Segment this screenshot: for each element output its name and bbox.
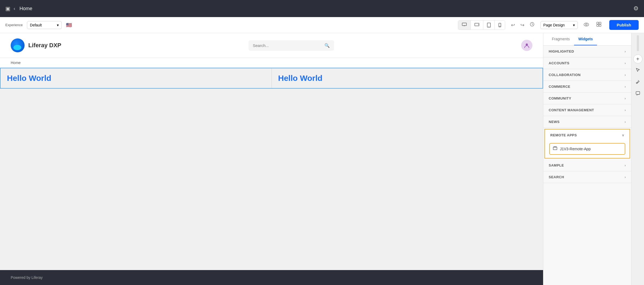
chevron-down-icon-2: ▾ xyxy=(573,23,575,27)
category-sample: SAMPLE › xyxy=(543,160,631,171)
grid-cell-1: Hello World xyxy=(1,68,272,88)
category-sample-header[interactable]: SAMPLE › xyxy=(543,160,631,171)
category-remote-apps: REMOTE APPS ∨ J1V3-Remote-App xyxy=(544,129,630,159)
category-commerce-label: COMMERCE xyxy=(549,85,570,89)
category-highlighted: HIGHLIGHTED › xyxy=(543,46,631,57)
category-collaboration: COLLABORATION › xyxy=(543,69,631,81)
hello-world-2: Hello World xyxy=(278,74,323,82)
scroll-indicator xyxy=(637,35,639,51)
avatar[interactable] xyxy=(521,40,532,51)
publish-button[interactable]: Publish xyxy=(609,20,639,30)
category-highlighted-label: HIGHLIGHTED xyxy=(549,49,574,53)
page-canvas: Liferay DXP 🔍 Home Hello World Hello Wor… xyxy=(0,33,543,285)
side-icon-bar: + xyxy=(631,33,644,285)
chevron-right-icon-8: › xyxy=(625,164,626,167)
category-community-header[interactable]: COMMUNITY › xyxy=(543,93,631,104)
preview-button[interactable] xyxy=(582,21,591,29)
svg-rect-13 xyxy=(599,22,601,24)
breadcrumb: Home xyxy=(0,58,543,68)
category-commerce: COMMERCE › xyxy=(543,81,631,93)
remote-apps-items: J1V3-Remote-App xyxy=(545,141,630,158)
category-highlighted-header[interactable]: HIGHLIGHTED › xyxy=(543,46,631,57)
undo-redo-group: ↩ ↪ xyxy=(509,20,536,30)
device-buttons-group xyxy=(458,20,505,30)
svg-point-11 xyxy=(586,24,587,25)
history-button[interactable] xyxy=(528,20,536,30)
svg-rect-0 xyxy=(462,23,466,26)
footer-text: Powered by Liferay xyxy=(11,275,43,280)
redo-button[interactable]: ↪ xyxy=(519,21,526,30)
device-tablet-landscape-btn[interactable] xyxy=(471,21,483,30)
gear-icon[interactable]: ⚙ xyxy=(633,5,639,12)
svg-point-16 xyxy=(526,43,528,46)
content-grid: Hello World Hello World xyxy=(0,68,543,89)
brush-icon-button[interactable] xyxy=(633,76,643,87)
category-sample-label: SAMPLE xyxy=(549,163,564,167)
page-design-select[interactable]: Page Design ▾ xyxy=(540,21,578,29)
svg-point-4 xyxy=(478,24,479,25)
category-collaboration-label: COLLABORATION xyxy=(549,73,581,77)
category-news-header[interactable]: NEWS › xyxy=(543,116,631,128)
chevron-right-icon-3: › xyxy=(625,73,626,77)
list-item[interactable]: J1V3-Remote-App xyxy=(549,143,625,155)
svg-point-10 xyxy=(584,23,589,26)
right-panel: Fragments Widgets HIGHLIGHTED › ACCOUNTS… xyxy=(543,33,631,285)
chevron-right-icon-5: › xyxy=(625,97,626,100)
breadcrumb-home[interactable]: Home xyxy=(11,61,21,65)
sidebar-toggle-icon[interactable]: ▣ xyxy=(5,5,10,12)
chevron-down-icon-remote: ∨ xyxy=(622,133,625,137)
grid-view-button[interactable] xyxy=(595,20,603,30)
back-arrow-icon[interactable]: ‹ xyxy=(14,6,15,11)
widgets-list: HIGHLIGHTED › ACCOUNTS › COLLABORATION › xyxy=(543,46,631,285)
category-commerce-header[interactable]: COMMERCE › xyxy=(543,81,631,92)
category-search: SEARCH › xyxy=(543,171,631,183)
category-news: NEWS › xyxy=(543,116,631,128)
svg-rect-12 xyxy=(597,22,599,24)
comment-icon-button[interactable] xyxy=(633,88,643,99)
chevron-right-icon-7: › xyxy=(625,120,626,124)
search-icon[interactable]: 🔍 xyxy=(324,43,330,48)
chevron-right-icon: › xyxy=(625,50,626,53)
site-header: Liferay DXP 🔍 xyxy=(0,33,543,58)
add-icon-button[interactable]: + xyxy=(633,54,642,64)
device-tablet-portrait-btn[interactable] xyxy=(483,21,495,30)
svg-point-19 xyxy=(636,82,637,84)
search-input[interactable] xyxy=(253,43,322,48)
logo-circle xyxy=(11,38,25,52)
chevron-right-icon-9: › xyxy=(625,175,626,179)
chevron-right-icon-6: › xyxy=(625,108,626,112)
experience-select[interactable]: Default ▾ xyxy=(27,21,62,29)
category-collaboration-header[interactable]: COLLABORATION › xyxy=(543,69,631,81)
category-remote-apps-header[interactable]: REMOTE APPS ∨ xyxy=(545,129,630,141)
tab-fragments[interactable]: Fragments xyxy=(548,33,574,45)
widget-item-label: J1V3-Remote-App xyxy=(560,147,591,151)
tab-widgets[interactable]: Widgets xyxy=(574,33,597,45)
site-name: Liferay DXP xyxy=(28,42,61,49)
svg-rect-20 xyxy=(636,92,640,94)
undo-button[interactable]: ↩ xyxy=(509,21,517,30)
category-accounts: ACCOUNTS › xyxy=(543,57,631,69)
experience-value: Default xyxy=(30,23,42,27)
category-remote-apps-label: REMOTE APPS xyxy=(550,133,577,137)
device-mobile-btn[interactable] xyxy=(495,21,505,30)
site-footer: Powered by Liferay xyxy=(0,270,543,285)
category-accounts-header[interactable]: ACCOUNTS › xyxy=(543,57,631,69)
category-accounts-label: ACCOUNTS xyxy=(549,61,570,65)
site-logo: Liferay DXP xyxy=(11,38,61,52)
language-flag[interactable]: 🇺🇸 xyxy=(66,22,72,28)
page-design-label: Page Design xyxy=(543,23,565,27)
category-content-management-label: CONTENT MANAGEMENT xyxy=(549,108,594,112)
svg-point-6 xyxy=(489,26,489,27)
top-bar-left: ▣ ‹ Home xyxy=(5,5,32,12)
chevron-right-icon-2: › xyxy=(625,61,626,65)
chevron-right-icon-4: › xyxy=(625,85,626,89)
select-icon-button[interactable] xyxy=(633,65,643,75)
svg-rect-14 xyxy=(597,25,599,26)
device-desktop-btn[interactable] xyxy=(458,21,471,30)
site-search[interactable]: 🔍 xyxy=(249,40,334,51)
toolbar: Experience Default ▾ 🇺🇸 ↩ ↪ Page Design … xyxy=(0,17,644,33)
category-community: COMMUNITY › xyxy=(543,93,631,104)
category-search-header[interactable]: SEARCH › xyxy=(543,171,631,183)
category-content-management-header[interactable]: CONTENT MANAGEMENT › xyxy=(543,104,631,116)
category-search-label: SEARCH xyxy=(549,175,564,179)
